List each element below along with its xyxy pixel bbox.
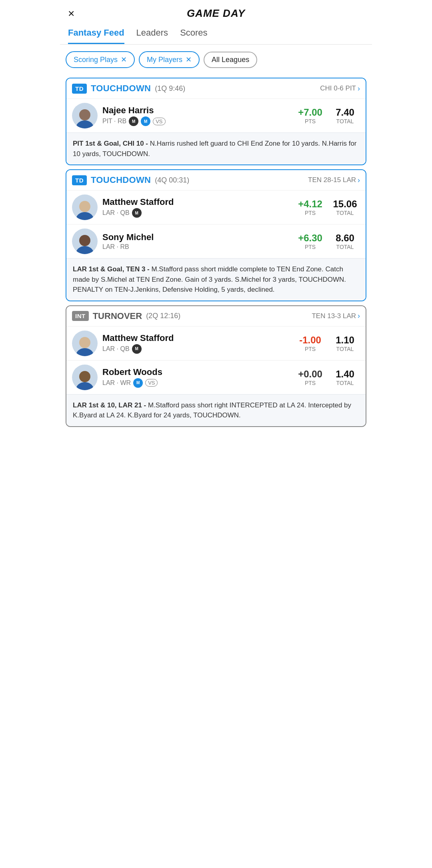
najee-harris-total-value: 7.40 (330, 107, 360, 118)
card-2-play-time: (4Q 00:31) (155, 176, 189, 184)
card-1-score-text: CHI 0-6 PIT (320, 84, 356, 92)
card-2-chevron-icon: › (358, 176, 360, 184)
filter-scoring-plays-remove[interactable]: ✕ (121, 55, 127, 64)
matthew-stafford-name-int: Matthew Stafford (102, 333, 290, 343)
close-button[interactable]: × (68, 8, 74, 19)
robert-woods-pts-value: +0.00 (295, 369, 325, 380)
svg-point-6 (79, 337, 90, 348)
matthew-stafford-total-td: 15.06 TOTAL (330, 198, 360, 216)
sony-michel-meta: LAR · RB (102, 243, 290, 251)
svg-point-4 (79, 235, 90, 246)
matthew-stafford-avatar-td (72, 194, 98, 220)
card-3-score[interactable]: TEN 13-3 LAR › (312, 312, 360, 320)
play-card-2: TD TOUCHDOWN (4Q 00:31) TEN 28-15 LAR › … (66, 169, 366, 301)
player-row-najee-harris: Najee Harris PIT · RB M M VS +7.00 PTS 7… (66, 98, 366, 132)
robert-woods-league-icon: M (133, 378, 143, 388)
robert-woods-team-pos: LAR · WR (102, 379, 131, 387)
najee-harris-meta: PIT · RB M M VS (102, 116, 290, 126)
filter-my-players-remove[interactable]: ✕ (186, 55, 192, 64)
sony-michel-info: Sony Michel LAR · RB (102, 232, 290, 251)
card-1-chevron-icon: › (358, 84, 360, 93)
card-2-score-text: TEN 28-15 LAR (308, 176, 356, 184)
sony-michel-total-value: 8.60 (330, 233, 360, 244)
sony-michel-avatar (72, 229, 98, 254)
robert-woods-meta: LAR · WR M VS (102, 378, 290, 388)
matthew-stafford-total-value-int: 1.10 (330, 335, 360, 346)
play-card-3: INT TURNOVER (2Q 12:16) TEN 13-3 LAR › M… (66, 305, 366, 427)
player-row-matthew-stafford-td: Matthew Stafford LAR · QB M +4.12 PTS 15… (66, 190, 366, 224)
play-card-1: TD TOUCHDOWN (1Q 9:46) CHI 0-6 PIT › Naj… (66, 78, 366, 165)
player-row-robert-woods: Robert Woods LAR · WR M VS +0.00 PTS 1.4… (66, 360, 366, 394)
matthew-stafford-info-td: Matthew Stafford LAR · QB M (102, 197, 290, 218)
tab-scores[interactable]: Scores (180, 28, 207, 44)
najee-harris-avatar (72, 103, 98, 128)
filter-scoring-plays[interactable]: Scoring Plays ✕ (66, 51, 135, 68)
najee-harris-total-label: TOTAL (330, 118, 360, 124)
card-3-score-text: TEN 13-3 LAR (312, 312, 356, 320)
filter-all-leagues[interactable]: All Leagues (204, 52, 257, 68)
matthew-stafford-total-label-int: TOTAL (330, 346, 360, 352)
svg-point-2 (79, 201, 90, 212)
svg-point-5 (76, 246, 94, 254)
najee-harris-league-icon-2: M (141, 116, 150, 126)
card-1-badge: TD (72, 84, 87, 94)
card-1-header: TD TOUCHDOWN (1Q 9:46) CHI 0-6 PIT › (66, 78, 366, 98)
card-3-play-time: (2Q 12:16) (146, 312, 180, 320)
matthew-stafford-team-pos-int: LAR · QB (102, 345, 130, 353)
card-2-header-left: TD TOUCHDOWN (4Q 00:31) (72, 175, 189, 185)
svg-point-9 (76, 382, 94, 390)
matthew-stafford-league-icon-td: M (132, 208, 142, 218)
najee-harris-info: Najee Harris PIT · RB M M VS (102, 105, 290, 126)
najee-harris-vs-badge: VS (153, 118, 165, 125)
matthew-stafford-info-int: Matthew Stafford LAR · QB M (102, 333, 290, 354)
card-2-badge: TD (72, 175, 87, 185)
page-title: GAME DAY (187, 7, 245, 20)
svg-point-0 (79, 109, 90, 120)
filter-my-players-label: My Players (147, 56, 182, 64)
filter-all-leagues-label: All Leagues (212, 56, 249, 64)
svg-point-7 (76, 348, 94, 356)
robert-woods-total-label: TOTAL (330, 380, 360, 386)
matthew-stafford-meta-int: LAR · QB M (102, 344, 290, 354)
najee-harris-team-pos: PIT · RB (102, 118, 126, 125)
sony-michel-team-pos: LAR · RB (102, 243, 129, 251)
nav-tabs: Fantasy Feed Leaders Scores (60, 24, 372, 45)
sony-michel-pts: +6.30 PTS (295, 233, 325, 250)
card-2-score[interactable]: TEN 28-15 LAR › (308, 176, 360, 184)
najee-harris-pts: +7.00 PTS (295, 107, 325, 124)
najee-harris-league-icon-1: M (129, 116, 138, 126)
robert-woods-total-value: 1.40 (330, 369, 360, 380)
robert-woods-vs-badge: VS (145, 379, 158, 387)
matthew-stafford-total-label-td: TOTAL (330, 210, 360, 216)
filter-my-players[interactable]: My Players ✕ (139, 51, 200, 68)
svg-point-3 (76, 212, 94, 220)
matthew-stafford-avatar-int (72, 331, 98, 356)
filter-scoring-plays-label: Scoring Plays (74, 56, 118, 64)
matthew-stafford-league-icon-int: M (132, 344, 142, 354)
robert-woods-total: 1.40 TOTAL (330, 369, 360, 386)
card-2-description: LAR 1st & Goal, TEN 3 - M.Stafford pass … (66, 258, 366, 301)
card-3-play-type: TURNOVER (93, 311, 142, 321)
card-2-header: TD TOUCHDOWN (4Q 00:31) TEN 28-15 LAR › (66, 170, 366, 190)
matthew-stafford-pts-value-td: +4.12 (295, 198, 325, 210)
matthew-stafford-pts-label-td: PTS (295, 210, 325, 216)
matthew-stafford-pts-int: -1.00 PTS (295, 335, 325, 352)
matthew-stafford-team-pos-td: LAR · QB (102, 209, 130, 216)
robert-woods-pts: +0.00 PTS (295, 369, 325, 386)
header: × GAME DAY (60, 0, 372, 24)
tab-fantasy-feed[interactable]: Fantasy Feed (68, 28, 124, 44)
card-3-header-left: INT TURNOVER (2Q 12:16) (72, 311, 180, 321)
player-row-sony-michel: Sony Michel LAR · RB +6.30 PTS 8.60 TOTA… (66, 224, 366, 258)
card-1-score[interactable]: CHI 0-6 PIT › (320, 84, 360, 93)
robert-woods-avatar (72, 365, 98, 390)
najee-harris-pts-value: +7.00 (295, 107, 325, 118)
matthew-stafford-meta-td: LAR · QB M (102, 208, 290, 218)
sony-michel-total: 8.60 TOTAL (330, 233, 360, 250)
najee-harris-name: Najee Harris (102, 105, 290, 116)
matthew-stafford-pts-label-int: PTS (295, 346, 325, 352)
matthew-stafford-total-int: 1.10 TOTAL (330, 335, 360, 352)
tab-leaders[interactable]: Leaders (136, 28, 168, 44)
card-3-header: INT TURNOVER (2Q 12:16) TEN 13-3 LAR › (66, 306, 366, 326)
sony-michel-pts-value: +6.30 (295, 233, 325, 244)
card-3-description: LAR 1st & 10, LAR 21 - M.Stafford pass s… (66, 394, 366, 426)
